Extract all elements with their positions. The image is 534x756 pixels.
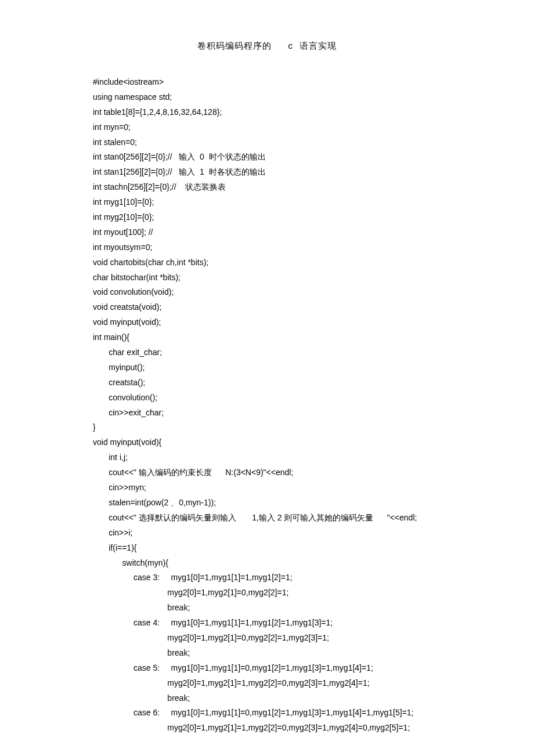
code-line: cin>>i; xyxy=(93,526,493,541)
code-line: int main(){ xyxy=(93,330,493,345)
title-left: 卷积码编码程序的 xyxy=(197,42,272,52)
code-line: int myg2[10]={0}; xyxy=(93,210,493,225)
code-line: creatsta(); xyxy=(93,375,493,390)
code-line: case 5: myg1[0]=1,myg1[1]=0,myg1[2]=1,my… xyxy=(93,661,493,676)
code-line: cout<<" 选择默认的编码矢量则输入 1,输入 2 则可输入其她的编码矢量 … xyxy=(93,511,493,526)
code-line: cin>>exit_char; xyxy=(93,406,493,421)
code-line: convolution(); xyxy=(93,390,493,406)
code-line: myg2[0]=1,myg2[1]=0,myg2[2]=1,myg2[3]=1; xyxy=(93,631,493,646)
code-line: myinput(); xyxy=(93,360,493,375)
code-line: int myg1[10]={0}; xyxy=(93,195,493,210)
code-line: switch(myn){ xyxy=(93,556,493,571)
code-line: void convolution(void); xyxy=(93,285,493,300)
code-line: break; xyxy=(93,601,493,616)
code-line: } xyxy=(93,420,493,435)
title-right: c 语言实现 xyxy=(288,42,337,52)
code-line: myg2[0]=1,myg2[1]=1,myg2[2]=0,myg2[3]=1,… xyxy=(93,676,493,691)
code-line: cout<<" 输入编码的约束长度 N:(3<N<9)"<<endl; xyxy=(93,465,493,480)
code-line: cin>>myn; xyxy=(93,480,493,495)
code-line: myg2[0]=1,myg2[1]=0,myg2[2]=1; xyxy=(93,585,493,601)
document-page: 卷积码编码程序的c 语言实现 #include<iostream>using n… xyxy=(0,0,534,756)
code-line: int stachn[256][2]={0};// 状态装换表 xyxy=(93,180,493,195)
code-line: int stan1[256][2]={0};// 输入 1 时各状态的输出 xyxy=(93,165,493,180)
code-line: int myout[100]; // xyxy=(93,225,493,240)
code-line: char bitstochar(int *bits); xyxy=(93,270,493,285)
code-line: int i,j; xyxy=(93,450,493,465)
code-line: int stan0[256][2]={0};// 输入 0 时个状态的输出 xyxy=(93,150,493,165)
code-line: case 6: myg1[0]=1,myg1[1]=0,myg1[2]=1,my… xyxy=(93,706,493,721)
code-line: void myinput(void){ xyxy=(93,435,493,450)
code-line: void chartobits(char ch,int *bits); xyxy=(93,255,493,270)
code-line: break; xyxy=(93,691,493,706)
code-line: break; xyxy=(93,646,493,661)
code-line: void creatsta(void); xyxy=(93,300,493,315)
code-line: char exit_char; xyxy=(93,345,493,360)
code-block: #include<iostream>using namespace std;in… xyxy=(41,75,493,736)
code-line: case 4: myg1[0]=1,myg1[1]=1,myg1[2]=1,my… xyxy=(93,616,493,631)
code-line: void myinput(void); xyxy=(93,315,493,330)
code-line: int stalen=0; xyxy=(93,135,493,150)
code-line: myg2[0]=1,myg2[1]=1,myg2[2]=0,myg2[3]=1,… xyxy=(93,721,493,736)
code-line: int myoutsym=0; xyxy=(93,240,493,255)
code-line: stalen=int(pow(2 、0,myn-1)); xyxy=(93,495,493,511)
code-line: int myn=0; xyxy=(93,120,493,135)
code-line: using namespace std; xyxy=(93,90,493,105)
code-line: case 3: myg1[0]=1,myg1[1]=1,myg1[2]=1; xyxy=(93,570,493,585)
code-line: if(i==1){ xyxy=(93,541,493,556)
document-title: 卷积码编码程序的c 语言实现 xyxy=(41,41,493,52)
code-line: int table1[8]={1,2,4,8,16,32,64,128}; xyxy=(93,105,493,120)
code-line: #include<iostream> xyxy=(93,75,493,90)
